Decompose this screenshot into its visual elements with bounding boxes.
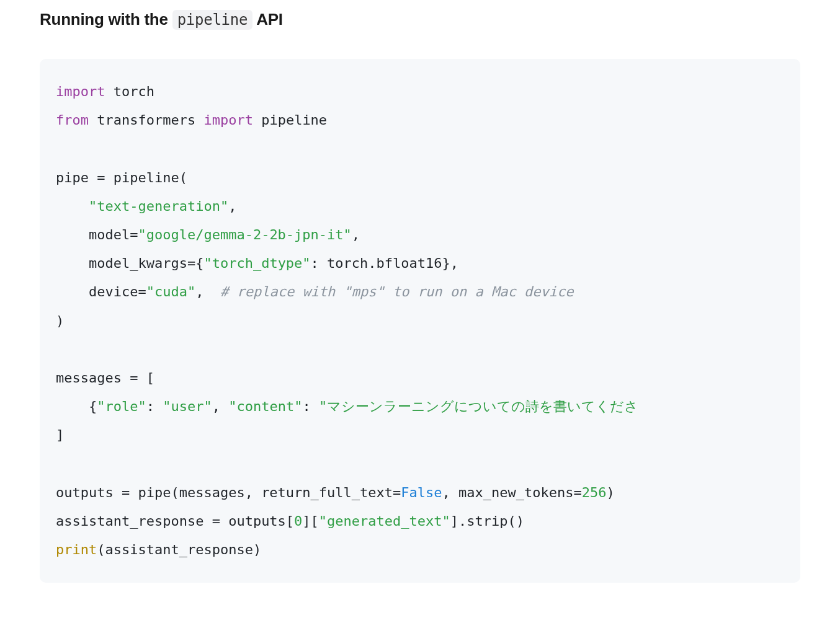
- code-comment: # replace with "mps" to run on a Mac dev…: [220, 284, 574, 299]
- code-token: ,: [195, 284, 220, 299]
- code-token: pipeline: [253, 112, 327, 128]
- code-token: print: [56, 542, 97, 557]
- code-token: "role": [97, 399, 146, 414]
- code-token: ].strip(): [450, 513, 524, 529]
- code-token: import: [203, 112, 252, 128]
- code-token: ]: [56, 427, 64, 443]
- code-token: transformers: [89, 112, 203, 128]
- code-token: : torch.bfloat16},: [311, 255, 458, 271]
- heading-inline-code: pipeline: [172, 10, 253, 30]
- code-token: ): [606, 485, 614, 500]
- code-token: ,: [228, 198, 236, 214]
- code-token: torch: [105, 84, 154, 99]
- code-token: import: [56, 84, 105, 99]
- code-token: 0: [294, 513, 302, 529]
- code-token: messages = [: [56, 370, 154, 386]
- code-block[interactable]: import torch from transformers import pi…: [40, 59, 800, 583]
- code-token: "cuda": [146, 284, 195, 299]
- code-token: ,: [352, 227, 360, 242]
- code-token: ,: [212, 399, 229, 414]
- code-token: model=: [56, 227, 138, 242]
- code-token: "text-generation": [89, 198, 228, 214]
- code-token: {: [56, 399, 97, 414]
- code-token: assistant_response = outputs[: [56, 513, 294, 529]
- code-token: "user": [163, 399, 212, 414]
- code-token: "content": [228, 399, 302, 414]
- doc-container: Running with the pipeline API import tor…: [0, 0, 840, 608]
- heading-text-pre: Running with the: [40, 10, 172, 29]
- code-token: "torch_dtype": [203, 255, 310, 271]
- code-token: from: [56, 112, 89, 128]
- code-token: ): [56, 313, 64, 329]
- code-token: outputs = pipe(messages, return_full_tex…: [56, 485, 401, 500]
- code-token: ][: [302, 513, 319, 529]
- code-token: [56, 198, 89, 214]
- code-token: model_kwargs={: [56, 255, 203, 271]
- code-token: "マシーンラーニングについての詩を書いてくださ: [319, 399, 638, 414]
- code-token: device=: [56, 284, 146, 299]
- code-token: :: [146, 399, 163, 414]
- code-token: pipe = pipeline(: [56, 170, 187, 185]
- code-token: , max_new_tokens=: [442, 485, 582, 500]
- code-token: "google/gemma-2-2b-jpn-it": [138, 227, 351, 242]
- code-token: (assistant_response): [97, 542, 261, 557]
- code-token: "generated_text": [319, 513, 450, 529]
- code-token: 256: [582, 485, 607, 500]
- section-heading: Running with the pipeline API: [40, 10, 800, 29]
- heading-text-post: API: [252, 10, 283, 29]
- code-token: False: [401, 485, 442, 500]
- code-token: :: [302, 399, 319, 414]
